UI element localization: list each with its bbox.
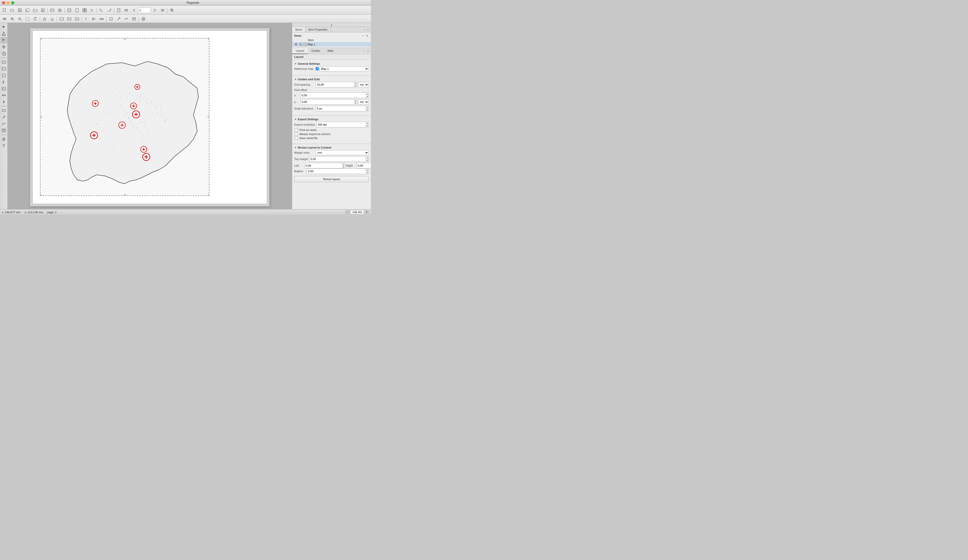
map-frame[interactable] — [40, 38, 209, 196]
export-settings-header[interactable]: ▼ Export Settings — [294, 117, 369, 122]
export-vectors-checkbox[interactable] — [295, 133, 298, 136]
guides-tab[interactable]: Guides — [308, 48, 324, 54]
left-margin-input[interactable] — [305, 163, 342, 168]
add-picture-tool[interactable] — [1, 66, 7, 72]
next-page-button[interactable] — [151, 7, 158, 14]
snap-down[interactable]: ▼ — [366, 109, 369, 111]
resize-layout-button[interactable]: Resize layout — [294, 176, 369, 182]
pan-tool-btn[interactable] — [1, 15, 8, 22]
add-scalebar-btn[interactable] — [98, 15, 105, 22]
unlock-btn[interactable] — [49, 15, 56, 22]
top-margin-up[interactable]: ▲ — [366, 156, 369, 159]
top-margin-input[interactable] — [309, 156, 366, 162]
page-setup-button[interactable] — [115, 7, 122, 14]
panel-close-btn[interactable]: × — [366, 28, 370, 31]
general-settings-header[interactable]: ▼ General Settings — [294, 61, 369, 66]
save-world-checkbox[interactable] — [295, 137, 298, 140]
bottom-margin-down[interactable]: ▼ — [366, 171, 369, 174]
select-items-tool[interactable] — [1, 24, 7, 30]
zoom-out-status[interactable]: − — [345, 210, 350, 214]
print-raster-checkbox[interactable] — [295, 128, 298, 131]
zoom-out-btn[interactable] — [16, 15, 23, 22]
add-shape-btn[interactable] — [108, 15, 114, 22]
first-page-button[interactable] — [123, 7, 130, 14]
close-button[interactable] — [2, 1, 5, 4]
duplicate-button[interactable] — [24, 7, 31, 14]
zoom-level-input[interactable] — [351, 210, 364, 214]
tab-items[interactable]: Items — [292, 27, 305, 32]
add-text-tool[interactable]: T — [1, 79, 7, 85]
item-visibility-toggle[interactable] — [294, 43, 298, 46]
handle-mr[interactable] — [208, 116, 209, 118]
last-page-button[interactable] — [159, 7, 166, 14]
handle-bl[interactable] — [40, 194, 41, 196]
items-close-btn[interactable]: × — [365, 34, 369, 38]
new-button[interactable] — [1, 7, 8, 14]
zoom-item-tool[interactable] — [1, 50, 7, 56]
zoom-select-button[interactable] — [168, 7, 176, 14]
offset-x-up[interactable]: ▲ — [366, 93, 369, 95]
item-row-map1[interactable]: Map 1 — [292, 42, 371, 46]
add-arrow-tool[interactable] — [1, 114, 7, 120]
add-image-btn[interactable] — [66, 15, 73, 22]
export-image-button[interactable] — [49, 7, 56, 14]
snap-up[interactable]: ▲ — [366, 106, 369, 109]
add-legend-btn[interactable] — [90, 15, 98, 22]
zoom-in-status[interactable]: + — [365, 210, 369, 214]
export-resolution-input[interactable] — [317, 122, 366, 127]
add-label-btn[interactable]: T — [83, 15, 90, 22]
export-svg-button[interactable]: S — [89, 7, 96, 14]
layout-panel-minimize[interactable]: − — [362, 49, 366, 53]
add-map-btn[interactable] — [58, 15, 65, 22]
zoom-full-button[interactable] — [66, 7, 73, 14]
grid-spacing-unit-select[interactable]: mm — [358, 82, 369, 87]
bottom-margin-input[interactable] — [307, 169, 366, 174]
guides-grid-header[interactable]: ▼ Guides and Grid — [294, 77, 369, 82]
layout-tab[interactable]: Layout — [292, 48, 308, 54]
refresh-btn[interactable] — [31, 15, 39, 22]
margin-units-select[interactable]: mm cm in px — [316, 150, 369, 155]
open-button[interactable] — [9, 7, 16, 14]
add-html-btn[interactable]: </> — [73, 15, 81, 22]
offset-y-up[interactable]: ▲ — [354, 99, 357, 102]
print-button[interactable] — [56, 7, 63, 14]
grid-spacing-input[interactable] — [316, 82, 354, 87]
add-node-btn[interactable] — [123, 15, 130, 22]
minimize-button[interactable] — [7, 1, 10, 4]
open-folder-button[interactable] — [31, 7, 39, 14]
tab-item-properties[interactable]: Item Properties — [305, 27, 331, 32]
reference-map-select[interactable]: Map 1 — [319, 66, 369, 71]
add-legend-tool[interactable] — [1, 86, 7, 92]
add-map-canvas-tool[interactable] — [1, 59, 7, 65]
add-north-arrow-tool[interactable] — [1, 99, 7, 105]
offset-y-down[interactable]: ▼ — [354, 102, 357, 104]
edit-nodes-tool[interactable] — [1, 31, 7, 37]
handle-ml[interactable] — [40, 116, 41, 118]
resize-layout-header[interactable]: ▼ Resize Layout to Content — [294, 145, 369, 150]
add-arrow-btn[interactable] — [115, 15, 122, 22]
top-margin-down[interactable]: ▼ — [366, 159, 369, 162]
offset-x-input[interactable] — [301, 93, 366, 98]
pan-canvas-tool[interactable] — [1, 44, 7, 50]
resolution-down[interactable]: ▼ — [366, 124, 369, 127]
resolution-up[interactable]: ▲ — [366, 122, 369, 124]
handle-tr[interactable] — [208, 38, 209, 40]
offset-y-input[interactable] — [301, 99, 354, 104]
left-margin-up[interactable]: ▲ — [342, 163, 345, 166]
atlas-tab[interactable]: Atlas — [324, 48, 337, 54]
offset-unit-select[interactable]: mm — [358, 99, 369, 104]
zoom-page-button[interactable] — [73, 7, 81, 14]
add-attribute-table-tool[interactable] — [1, 128, 7, 134]
canvas-area[interactable] — [8, 23, 292, 209]
save-as-button[interactable] — [39, 7, 46, 14]
handle-tc[interactable] — [124, 38, 126, 40]
left-margin-down[interactable]: ▼ — [342, 166, 345, 168]
pin-items-tool[interactable] — [1, 142, 7, 149]
zoom-all-button[interactable] — [81, 7, 88, 14]
save-button[interactable] — [16, 7, 23, 14]
reference-map-checkbox[interactable] — [316, 67, 319, 70]
add-polyline-tool[interactable] — [1, 121, 7, 127]
undo-button[interactable] — [98, 7, 105, 14]
handle-tl[interactable] — [40, 38, 41, 40]
bottom-margin-up[interactable]: ▲ — [366, 169, 369, 171]
